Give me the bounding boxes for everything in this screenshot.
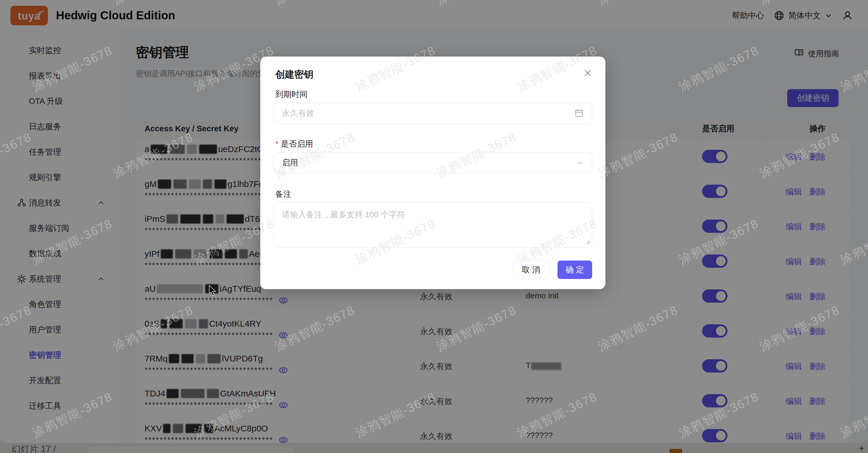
- close-icon[interactable]: [583, 68, 593, 79]
- enabled-selected-value: 启用: [282, 157, 298, 168]
- resize-handle-icon[interactable]: [585, 239, 590, 246]
- expiry-label: 到期时间: [275, 89, 308, 100]
- expiry-placeholder: 永久有效: [282, 108, 314, 119]
- modal-title: 创建密钥: [275, 68, 313, 81]
- enabled-select[interactable]: 启用: [274, 152, 592, 173]
- calendar-icon: [575, 108, 584, 118]
- required-mark: *: [275, 139, 278, 148]
- cancel-button[interactable]: 取 消: [513, 261, 549, 279]
- enabled-label: *是否启用: [275, 138, 313, 150]
- remark-label: 备注: [275, 189, 291, 200]
- chevron-down-icon: [576, 159, 584, 167]
- create-key-modal: 创建密钥 到期时间 永久有效 *是否启用 启用 备注 请输入备注，最多支持 10…: [260, 57, 606, 289]
- remark-textarea[interactable]: 请输入备注，最多支持 100 个字符: [274, 202, 592, 248]
- screen: 幻灯片 17 / + tuya Hedwig Cloud Edition 帮助中…: [0, 0, 868, 453]
- confirm-button[interactable]: 确 定: [558, 261, 592, 279]
- expiry-date-input[interactable]: 永久有效: [274, 103, 592, 124]
- remark-placeholder: 请输入备注，最多支持 100 个字符: [282, 210, 405, 219]
